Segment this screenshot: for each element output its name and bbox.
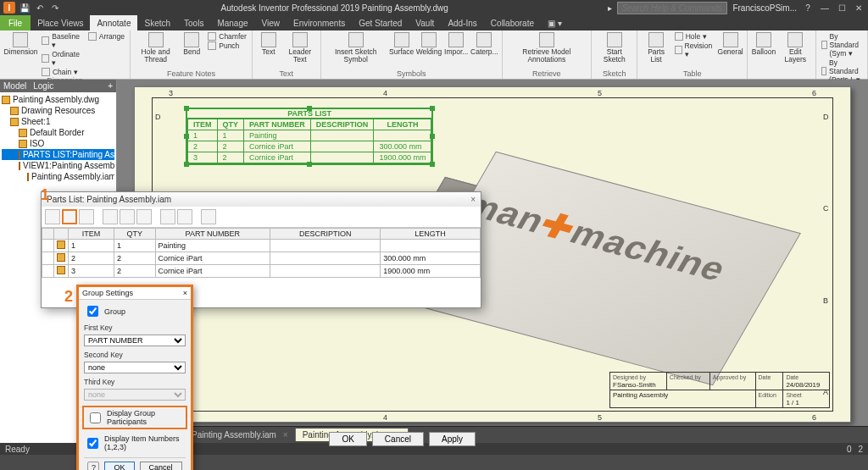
bend-button[interactable]: Bend — [181, 32, 203, 56]
toolbar-btn[interactable] — [45, 209, 60, 224]
ribbon-label-table: Table — [643, 69, 741, 79]
dialog2-titlebar[interactable]: Group Settings × — [79, 287, 191, 300]
tree-node-selected[interactable]: PARTS LIST:Painting Assembly.iam — [2, 149, 114, 160]
apply-button[interactable]: Apply — [429, 432, 476, 446]
cancel-button[interactable]: Cancel — [372, 432, 424, 446]
maximize-icon[interactable]: ☐ — [836, 2, 848, 14]
toolbar-btn[interactable] — [103, 209, 118, 224]
second-key-select[interactable]: none — [84, 362, 186, 373]
dimension-button[interactable]: Dimension — [5, 32, 36, 56]
caterpillar-button[interactable]: Caterp... — [472, 32, 496, 56]
tab-annotate[interactable]: Annotate — [90, 15, 137, 30]
parts-list-table[interactable]: PARTS LIST ITEM QTY PART NUMBER DESCRIPT… — [186, 108, 433, 165]
hole-thread-button[interactable]: Hole and Thread — [136, 32, 175, 63]
browser-tab-model[interactable]: Model — [3, 81, 26, 91]
toolbar-btn[interactable] — [120, 209, 135, 224]
chamfer-icon — [208, 32, 216, 41]
surface-button[interactable]: Surface — [391, 32, 413, 56]
tab-manage[interactable]: Manage — [210, 15, 254, 30]
help-search-input[interactable] — [617, 2, 727, 14]
group-checkbox[interactable]: Group — [84, 303, 186, 319]
grip-handle[interactable] — [184, 106, 189, 111]
toolbar-btn[interactable] — [160, 209, 175, 224]
leader-text-button[interactable]: Leader Text — [285, 32, 315, 63]
grip-handle[interactable] — [184, 134, 189, 139]
help-icon[interactable]: ? — [802, 2, 814, 14]
grip-handle[interactable] — [430, 106, 435, 111]
general-button[interactable]: General — [719, 32, 742, 56]
chamfer-button[interactable]: Chamfer — [208, 32, 247, 41]
tree-node[interactable]: ISO — [2, 138, 114, 149]
ordinate-button[interactable]: Ordinate ▾ — [42, 50, 83, 67]
table-row[interactable]: 22Cornice iPart300.000 mm — [42, 252, 481, 265]
tab-view[interactable]: View — [255, 15, 287, 30]
tab-file[interactable]: File — [0, 15, 31, 30]
import-button[interactable]: Impor... — [445, 32, 467, 56]
display-participants-checkbox[interactable]: Display Group Participants — [86, 409, 183, 426]
text-button[interactable]: Text — [258, 32, 280, 56]
welding-button[interactable]: Welding — [418, 32, 441, 56]
dialog-close-icon[interactable]: × — [470, 195, 476, 204]
ribbon-label-retrieve: Retrieve — [508, 69, 587, 79]
parts-list-button[interactable]: Parts List — [643, 32, 669, 63]
display-item-numbers-input[interactable] — [87, 438, 98, 449]
tab-sketch[interactable]: Sketch — [137, 15, 177, 30]
ok-button[interactable]: OK — [104, 462, 134, 470]
tree-node[interactable]: Painting Assembly.iam — [2, 171, 114, 182]
start-sketch-button[interactable]: Start Sketch — [597, 32, 632, 63]
cancel-button[interactable]: Cancel — [140, 462, 182, 470]
insert-sketch-symbol-button[interactable]: Insert Sketch Symbol — [326, 32, 386, 63]
tree-node[interactable]: Sheet:1 — [2, 116, 114, 127]
toolbar-btn[interactable] — [201, 209, 216, 224]
tab-environments[interactable]: Environments — [287, 15, 352, 30]
tree-node[interactable]: Default Border — [2, 127, 114, 138]
grip-handle[interactable] — [307, 162, 312, 167]
baseline-button[interactable]: Baseline ▾ — [42, 32, 83, 49]
tab-extra-icon[interactable]: ▣ ▾ — [541, 15, 569, 30]
balloon-button[interactable]: Balloon — [753, 32, 775, 56]
browser-add-icon[interactable]: + — [108, 81, 113, 91]
tree-node[interactable]: Painting Assembly.dwg — [2, 94, 114, 105]
grip-handle[interactable] — [184, 162, 189, 167]
tab-tools[interactable]: Tools — [177, 15, 210, 30]
toolbar-btn[interactable] — [79, 209, 94, 224]
dialog2-close-icon[interactable]: × — [183, 289, 187, 297]
arrange-button[interactable]: Arrange — [88, 32, 125, 41]
dialog-titlebar[interactable]: Parts List: Painting Assembly.iam × — [42, 192, 481, 207]
tab-addins[interactable]: Add-Ins — [441, 15, 483, 30]
first-key-select[interactable]: PART NUMBER — [84, 335, 186, 346]
format-style-dropdown[interactable]: By Standard (Sym ▾ — [821, 32, 862, 58]
grip-handle[interactable] — [430, 162, 435, 167]
table-row[interactable]: 32Cornice iPart1900.000 mm — [42, 265, 481, 278]
user-name[interactable]: FranciscoPSim... — [732, 3, 797, 13]
qat-redo-icon[interactable]: ↷ — [49, 2, 61, 14]
ok-button[interactable]: OK — [329, 432, 366, 446]
tab-place-views[interactable]: Place Views — [31, 15, 90, 30]
tab-get-started[interactable]: Get Started — [352, 15, 409, 30]
browser-tab-logic[interactable]: Logic — [33, 81, 53, 91]
toolbar-btn[interactable] — [177, 209, 192, 224]
minimize-icon[interactable]: — — [819, 2, 831, 14]
tab-collaborate[interactable]: Collaborate — [484, 15, 541, 30]
table-row[interactable]: 11Painting — [42, 240, 481, 252]
tab-vault[interactable]: Vault — [409, 15, 441, 30]
help-icon[interactable]: ? — [87, 462, 99, 470]
display-participants-input[interactable] — [90, 412, 101, 423]
group-settings-button[interactable] — [62, 209, 77, 224]
hole-button[interactable]: Hole ▾ — [675, 32, 715, 41]
grip-handle[interactable] — [307, 106, 312, 111]
group-check-input[interactable] — [87, 306, 98, 317]
qat-save-icon[interactable]: 💾 — [19, 2, 31, 14]
punch-button[interactable]: Punch — [208, 41, 247, 50]
grip-handle[interactable] — [430, 134, 435, 139]
close-icon[interactable]: ✕ — [853, 2, 865, 14]
chain-button[interactable]: Chain ▾ — [42, 68, 83, 76]
tree-node[interactable]: VIEW1:Painting Assembly.iam — [2, 160, 114, 171]
edit-layers-button[interactable]: Edit Layers — [780, 32, 811, 63]
tree-node[interactable]: Drawing Resources — [2, 105, 114, 116]
retrieve-annotations-button[interactable]: Retrieve Model Annotations — [508, 32, 587, 63]
toolbar-btn[interactable] — [136, 209, 152, 224]
qat-undo-icon[interactable]: ↶ — [34, 2, 46, 14]
display-item-numbers-checkbox[interactable]: Display Item Numbers (1,2,3) — [84, 434, 186, 451]
revision-button[interactable]: Revision ▾ — [675, 41, 715, 58]
